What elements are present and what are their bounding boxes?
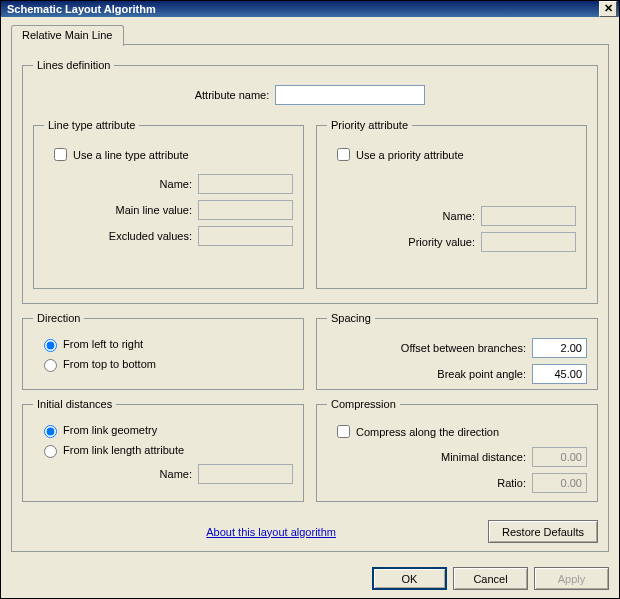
use-line-type-checkbox[interactable] (54, 148, 67, 161)
excluded-values-label: Excluded values: (109, 230, 192, 242)
tab-relative-main-line[interactable]: Relative Main Line (11, 25, 124, 46)
initial-len-radio[interactable] (44, 445, 57, 458)
initial-name-input (198, 464, 293, 484)
min-distance-label: Minimal distance: (441, 451, 526, 463)
lines-definition-legend: Lines definition (33, 59, 114, 71)
excluded-values-input (198, 226, 293, 246)
dialog-button-bar: OK Cancel Apply (1, 559, 619, 598)
direction-legend: Direction (33, 312, 84, 324)
ratio-input (532, 473, 587, 493)
priority-legend: Priority attribute (327, 119, 412, 131)
about-algorithm-link[interactable]: About this layout algorithm (206, 526, 336, 538)
apply-button[interactable]: Apply (534, 567, 609, 590)
close-icon[interactable]: ✕ (599, 1, 617, 17)
line-type-legend: Line type attribute (44, 119, 139, 131)
dialog-window: Schematic Layout Algorithm ✕ Relative Ma… (0, 0, 620, 599)
attribute-name-input[interactable] (275, 85, 425, 105)
compression-legend: Compression (327, 398, 400, 410)
restore-defaults-button[interactable]: Restore Defaults (488, 520, 598, 543)
min-distance-input (532, 447, 587, 467)
tabstrip: Relative Main Line (11, 25, 609, 45)
direction-lr-label: From left to right (63, 338, 143, 350)
compression-group: Compression Compress along the direction… (316, 398, 598, 502)
use-priority-label: Use a priority attribute (356, 149, 464, 161)
content-area: Relative Main Line Lines definition Attr… (1, 17, 619, 559)
direction-tb-label: From top to bottom (63, 358, 156, 370)
line-type-name-input (198, 174, 293, 194)
initial-geom-radio[interactable] (44, 425, 57, 438)
cancel-button[interactable]: Cancel (453, 567, 528, 590)
lines-definition-group: Lines definition Attribute name: Line ty… (22, 59, 598, 304)
initial-len-label: From link length attribute (63, 444, 184, 456)
line-type-name-label: Name: (160, 178, 192, 190)
titlebar: Schematic Layout Algorithm ✕ (1, 1, 619, 17)
main-line-value-input (198, 200, 293, 220)
priority-name-input (481, 206, 576, 226)
priority-attribute-group: Priority attribute Use a priority attrib… (316, 119, 587, 289)
initial-distances-group: Initial distances From link geometry Fro… (22, 398, 304, 502)
break-angle-input[interactable] (532, 364, 587, 384)
use-line-type-label: Use a line type attribute (73, 149, 189, 161)
spacing-group: Spacing Offset between branches: Break p… (316, 312, 598, 390)
ok-button[interactable]: OK (372, 567, 447, 590)
direction-tb-radio[interactable] (44, 359, 57, 372)
line-type-attribute-group: Line type attribute Use a line type attr… (33, 119, 304, 289)
priority-name-label: Name: (443, 210, 475, 222)
priority-value-label: Priority value: (408, 236, 475, 248)
initial-legend: Initial distances (33, 398, 116, 410)
ratio-label: Ratio: (497, 477, 526, 489)
priority-value-input (481, 232, 576, 252)
offset-branches-input[interactable] (532, 338, 587, 358)
initial-name-label: Name: (160, 468, 192, 480)
use-priority-checkbox[interactable] (337, 148, 350, 161)
initial-geom-label: From link geometry (63, 424, 157, 436)
offset-branches-label: Offset between branches: (401, 342, 526, 354)
compress-label: Compress along the direction (356, 426, 499, 438)
compress-checkbox[interactable] (337, 425, 350, 438)
direction-group: Direction From left to right From top to… (22, 312, 304, 390)
tab-panel: Lines definition Attribute name: Line ty… (11, 44, 609, 552)
window-title: Schematic Layout Algorithm (7, 3, 599, 15)
attribute-name-label: Attribute name: (195, 89, 270, 101)
direction-lr-radio[interactable] (44, 339, 57, 352)
break-angle-label: Break point angle: (437, 368, 526, 380)
spacing-legend: Spacing (327, 312, 375, 324)
main-line-value-label: Main line value: (116, 204, 192, 216)
